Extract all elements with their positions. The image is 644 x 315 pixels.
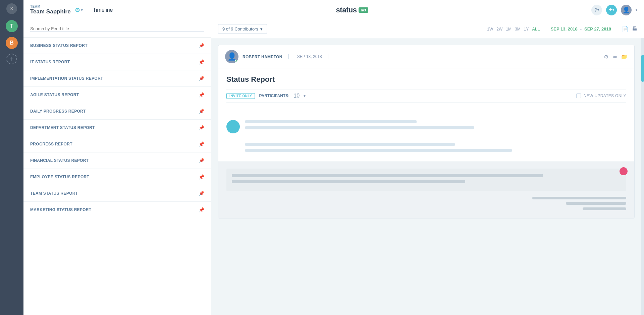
feed-item-title: EMPLOYEE STATUS REPORT: [30, 175, 89, 179]
search-input[interactable]: [30, 26, 204, 31]
chevron-down-icon: ▾: [81, 8, 83, 12]
author-name: ROBERT HAMPTON: [243, 55, 282, 59]
net-badge: net: [359, 7, 368, 13]
card-header: 👤 ROBERT HAMPTON | SEP 13, 2018 | ⚙: [218, 45, 634, 68]
pin-icon: 📌: [199, 174, 204, 180]
feed-item-title: PROGRESS REPORT: [30, 142, 72, 146]
feed-item-title: MARKETING STATUS REPORT: [30, 207, 91, 212]
skeleton-section-1: [218, 115, 634, 139]
feed-item-title: DAILY PROGRESS REPORT: [30, 109, 86, 114]
toolbar-icons: 📄 🖶: [622, 26, 637, 32]
card-divider-2: |: [327, 54, 329, 60]
feed-item-title: FINANCIAL STATUS REPORT: [30, 158, 89, 163]
gear-icon: ⚙: [75, 6, 80, 14]
skeleton-lines-1: [245, 120, 626, 129]
avatar-b[interactable]: B: [6, 37, 18, 49]
filter-1m[interactable]: 1M: [506, 27, 512, 32]
new-updates-checkbox[interactable]: [576, 93, 581, 98]
timeline-content[interactable]: 👤 ROBERT HAMPTON | SEP 13, 2018 | ⚙: [211, 38, 641, 315]
create-chevron-icon: ▾: [612, 8, 614, 12]
feed-item[interactable]: AGILE STATUS REPORT 📌: [23, 87, 211, 103]
report-title: Status Report: [226, 75, 626, 84]
pin-icon: 📌: [199, 43, 204, 48]
date-start[interactable]: SEP 13, 2018: [551, 26, 578, 32]
filter-3m[interactable]: 3M: [515, 27, 521, 32]
time-filters: 1W 2W 1M 3M 1Y ALL: [487, 27, 540, 32]
team-settings-button[interactable]: ⚙ ▾: [75, 6, 83, 14]
share-icon[interactable]: ⇦: [612, 54, 617, 60]
help-icon: ?: [594, 7, 597, 13]
card-date: SEP 13, 2018: [297, 54, 322, 59]
search-divider: [30, 32, 204, 32]
date-range: SEP 13, 2018 - SEP 27, 2018: [551, 26, 611, 32]
scrollbar-thumb[interactable]: [641, 55, 644, 82]
filter-all[interactable]: ALL: [532, 27, 540, 32]
contributors-dropdown[interactable]: 9 of 9 Contributors ▾: [218, 24, 267, 34]
online-status-dot: [235, 60, 238, 63]
team-label: TEAM Team Sapphire: [30, 5, 71, 15]
blur-line: [232, 180, 465, 183]
skeleton-line: [245, 149, 512, 152]
feed-item[interactable]: DAILY PROGRESS REPORT 📌: [23, 103, 211, 120]
skeleton-line: [245, 143, 455, 146]
statusnet-logo: status net: [336, 6, 368, 14]
create-button[interactable]: + ▾: [606, 5, 617, 15]
card-footer: [218, 162, 634, 218]
blur-block-line: [532, 197, 626, 199]
feed-item[interactable]: DEPARTMENT STATUS REPORT 📌: [23, 120, 211, 136]
feed-item[interactable]: MARKETING STATUS REPORT 📌: [23, 202, 211, 218]
card-divider-1: |: [288, 54, 289, 60]
blur-content-1: [226, 169, 626, 191]
help-chevron-icon: ▾: [597, 8, 599, 12]
feed-item[interactable]: TEAM STATUS REPORT 📌: [23, 185, 211, 202]
feed-item[interactable]: IT STATUS REPORT 📌: [23, 54, 211, 70]
filter-1y[interactable]: 1Y: [524, 27, 529, 32]
user-chevron-icon[interactable]: ▾: [636, 8, 637, 12]
pin-icon: 📌: [199, 191, 204, 196]
close-icon: ×: [10, 6, 13, 12]
logo-text: status: [336, 6, 357, 14]
date-separator: -: [580, 26, 582, 32]
icon-sidebar: × T B +: [0, 0, 23, 315]
filter-2w[interactable]: 2W: [496, 27, 502, 32]
skeleton-avatar-teal: [226, 120, 240, 133]
print-icon[interactable]: 🖶: [632, 26, 637, 32]
participants-label: PARTICIPANTS:: [259, 93, 289, 98]
feed-item[interactable]: IMPLEMENTATION STATUS REPORT 📌: [23, 70, 211, 87]
pin-icon: 📌: [199, 59, 204, 65]
avatar-t[interactable]: T: [6, 20, 18, 32]
feed-item[interactable]: EMPLOYEE STATUS REPORT 📌: [23, 169, 211, 185]
folder-icon[interactable]: 📁: [621, 54, 628, 60]
pink-dot: [620, 167, 628, 175]
team-text: TEAM: [30, 5, 71, 8]
settings-icon[interactable]: ⚙: [604, 54, 608, 60]
page-title: Timeline: [93, 7, 113, 13]
pin-icon: 📌: [199, 109, 204, 114]
author-avatar-icon: 👤: [227, 52, 236, 61]
feed-item[interactable]: PROGRESS REPORT 📌: [23, 136, 211, 152]
add-team-button[interactable]: +: [6, 54, 17, 64]
top-bar: TEAM Team Sapphire ⚙ ▾ Timeline status n…: [23, 0, 644, 20]
pin-icon: 📌: [199, 92, 204, 98]
close-button[interactable]: ×: [6, 3, 17, 14]
participants-chevron-icon[interactable]: ▾: [304, 93, 306, 98]
timeline-toolbar: 9 of 9 Contributors ▾ 1W 2W 1M 3M 1Y ALL…: [211, 20, 644, 38]
feed-item-title: BUSINESS STATUS REPORT: [30, 43, 88, 48]
scrollbar-track[interactable]: [641, 38, 644, 315]
user-avatar[interactable]: 👤: [621, 5, 632, 15]
skeleton-line: [245, 126, 474, 129]
feed-item[interactable]: BUSINESS STATUS REPORT 📌: [23, 38, 211, 54]
pin-icon: 📌: [199, 158, 204, 163]
create-plus-icon: +: [609, 6, 612, 13]
filter-1w[interactable]: 1W: [487, 27, 493, 32]
blur-block-line: [566, 202, 626, 205]
participants-count: 10: [293, 93, 300, 99]
document-icon[interactable]: 📄: [622, 26, 629, 32]
new-updates-label: NEW UPDATES ONLY: [584, 93, 626, 98]
feed-item[interactable]: FINANCIAL STATUS REPORT 📌: [23, 152, 211, 169]
top-bar-center: status net: [113, 6, 592, 14]
help-button[interactable]: ? ▾: [591, 5, 602, 15]
top-bar-right: ? ▾ + ▾ 👤 ▾: [591, 5, 637, 15]
date-end[interactable]: SEP 27, 2018: [584, 26, 611, 32]
blur-block: [386, 197, 626, 210]
